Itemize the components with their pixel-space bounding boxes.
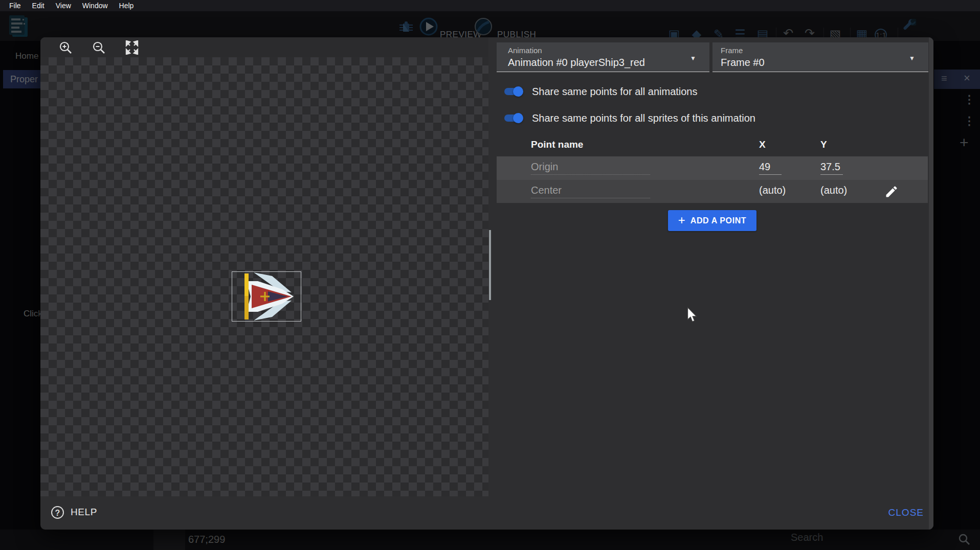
menu-view[interactable]: View [50, 0, 77, 11]
column-header-point-name: Point name [531, 139, 583, 150]
menu-file[interactable]: File [4, 0, 27, 11]
share-points-all-sprites-row: Share same points for all sprites of thi… [503, 111, 755, 125]
question-circle-icon: ? [51, 506, 64, 519]
animation-select[interactable]: Animation Animation #0 playerShip3_red ▼ [497, 42, 709, 72]
share-points-all-animations-row: Share same points for all animations [503, 84, 698, 99]
zoom-in-icon[interactable] [58, 40, 73, 55]
close-dialog-button[interactable]: CLOSE [888, 507, 924, 518]
help-button[interactable]: ? HELP [51, 505, 97, 519]
toggle-label: Share same points for all animations [532, 86, 698, 98]
point-x-field: (auto) [759, 185, 786, 196]
menu-window[interactable]: Window [77, 0, 114, 11]
sprite-player-ship[interactable] [232, 272, 301, 321]
toggle-thumb [513, 86, 523, 97]
app-window: File Edit View Window Help PREVIEW [0, 0, 980, 550]
share-points-all-animations-toggle[interactable] [503, 86, 523, 97]
column-header-x: X [759, 139, 766, 150]
point-y-field[interactable]: 37.5 [820, 161, 843, 175]
menu-edit[interactable]: Edit [27, 0, 50, 11]
frame-select-value: Frame #0 [721, 57, 765, 68]
splitter-drag-handle[interactable] [489, 230, 491, 300]
add-a-point-button[interactable]: + ADD A POINT [668, 210, 756, 231]
menu-bar: File Edit View Window Help [0, 0, 980, 11]
add-a-point-label: ADD A POINT [691, 216, 746, 225]
fit-to-view-icon[interactable] [125, 40, 139, 55]
sprite-bounding-box [232, 271, 301, 322]
point-y-field: (auto) [820, 185, 847, 196]
canvas-toolbar [40, 37, 488, 57]
point-x-field[interactable]: 49 [759, 161, 782, 175]
edit-points-dialog: Animation Animation #0 playerShip3_red ▼… [40, 37, 933, 530]
dialog-scrollbar[interactable] [929, 37, 933, 530]
plus-icon: + [678, 213, 685, 227]
point-row-center[interactable]: Center (auto) (auto) [497, 180, 928, 203]
animation-select-label: Animation [508, 46, 542, 55]
toggle-thumb [513, 113, 523, 123]
column-header-y: Y [820, 139, 827, 150]
sprite-canvas[interactable] [40, 57, 488, 496]
chevron-down-icon: ▼ [909, 55, 915, 62]
help-label: HELP [71, 507, 97, 518]
frame-select[interactable]: Frame Frame #0 ▼ [712, 42, 928, 72]
toggle-label: Share same points for all sprites of thi… [532, 112, 755, 124]
menu-help[interactable]: Help [114, 0, 140, 11]
point-name-field[interactable]: Origin [531, 161, 650, 175]
point-row-origin[interactable]: Origin 49 37.5 [497, 156, 928, 180]
point-name-field[interactable]: Center [531, 185, 650, 198]
chevron-down-icon: ▼ [690, 55, 696, 62]
share-points-all-sprites-toggle[interactable] [503, 112, 523, 124]
edit-point-pencil-icon[interactable] [884, 185, 899, 199]
zoom-out-icon[interactable] [92, 40, 106, 55]
animation-select-value: Animation #0 playerShip3_red [508, 57, 645, 68]
frame-select-label: Frame [721, 46, 743, 55]
mouse-cursor [686, 307, 698, 323]
